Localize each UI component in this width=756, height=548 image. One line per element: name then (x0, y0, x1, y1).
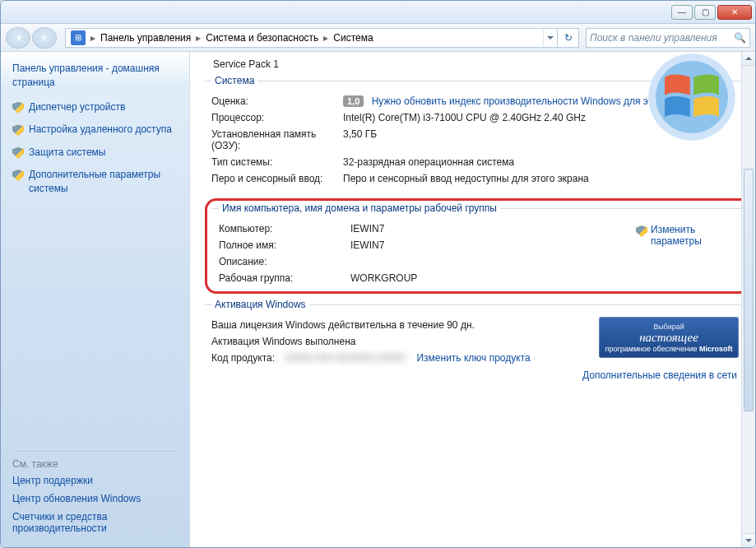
workgroup-label: Рабочая группа: (219, 272, 350, 284)
refresh-button[interactable]: ↻ (558, 28, 579, 48)
sidebar-home-link[interactable]: Панель управления - домашняя страница (12, 62, 178, 91)
shield-icon (12, 102, 24, 114)
chevron-up-icon (745, 57, 752, 60)
computer-label: Компьютер: (219, 223, 350, 235)
breadcrumb-1[interactable]: Система и безопасность (202, 32, 322, 44)
chevron-down-icon (547, 36, 554, 39)
arrow-left-icon (16, 35, 21, 41)
arrow-right-icon (43, 35, 47, 41)
breadcrumb-0[interactable]: Панель управления (97, 32, 194, 44)
control-panel-icon: ⊞ (71, 30, 86, 45)
sidebar-also-perf-tools[interactable]: Счетчики и средства производительности (12, 511, 178, 534)
sidebar-also-windows-update[interactable]: Центр обновления Windows (12, 493, 178, 504)
product-id-label: Код продукта: (211, 352, 285, 364)
search-input[interactable]: Поиск в панели управления 🔍 (586, 28, 750, 48)
chevron-right-icon: ▸ (194, 32, 202, 44)
shield-icon (12, 147, 24, 159)
minimize-button[interactable]: — (671, 5, 693, 20)
maximize-button[interactable]: ▢ (694, 5, 716, 20)
vertical-scrollbar[interactable] (741, 52, 755, 547)
change-params-link[interactable]: Изменить параметры (636, 224, 735, 247)
sidebar-link-advanced-settings[interactable]: Дополнительные параметры системы (29, 168, 178, 197)
sidebar-link-system-protection[interactable]: Защита системы (29, 146, 105, 160)
windows-logo-icon (647, 52, 737, 142)
fullname-label: Полное имя: (219, 239, 350, 251)
chevron-right-icon: ▸ (89, 32, 97, 44)
scroll-up-button[interactable] (742, 52, 755, 66)
pen-value: Перо и сенсорный ввод недоступны для это… (343, 173, 744, 184)
rating-badge: 1,0 (343, 95, 364, 107)
content-pane: Service Pack 1 Система Оценка: 1,0 (190, 52, 755, 547)
see-also-heading: См. также (12, 458, 178, 470)
sidebar: Панель управления - домашняя страница Ди… (1, 52, 190, 547)
titlebar: — ▢ ✕ (1, 1, 755, 24)
activated-text: Активация Windows выполнена (211, 336, 591, 347)
pen-label: Перо и сенсорный ввод: (211, 173, 343, 184)
shield-icon (12, 170, 24, 181)
address-bar[interactable]: ⊞ ▸ Панель управления ▸ Система и безопа… (65, 28, 579, 48)
navigation-bar: ⊞ ▸ Панель управления ▸ Система и безопа… (1, 24, 755, 52)
description-value (350, 256, 740, 267)
workgroup-value: WORKGROUP (350, 272, 740, 284)
sidebar-link-remote-settings[interactable]: Настройка удаленного доступа (29, 123, 172, 137)
refresh-icon: ↻ (564, 32, 573, 44)
rating-label: Оценка: (211, 95, 343, 107)
chevron-right-icon: ▸ (322, 32, 330, 44)
computer-value: IEWIN7 (350, 223, 636, 235)
license-text: Ваша лицензия Windows действительна в те… (211, 319, 591, 331)
scroll-thumb[interactable] (744, 169, 754, 411)
system-properties-window: — ▢ ✕ ⊞ ▸ Панель управления ▸ Система и … (0, 0, 756, 548)
genuine-microsoft-banner[interactable]: Выбирай настоящее программное обеспечени… (599, 317, 739, 358)
scroll-track[interactable] (742, 66, 755, 533)
highlighted-section: Имя компьютера, имя домена и параметры р… (205, 198, 752, 294)
domain-legend: Имя компьютера, имя домена и параметры р… (219, 202, 500, 214)
shield-icon (636, 225, 647, 237)
computer-name-section: Имя компьютера, имя домена и параметры р… (212, 202, 744, 290)
description-label: Описание: (219, 256, 350, 267)
forward-button[interactable] (32, 27, 57, 49)
systype-value: 32-разрядная операционная система (343, 156, 744, 168)
ram-label: Установленная память (ОЗУ): (211, 128, 343, 151)
systype-label: Тип системы: (211, 156, 343, 168)
close-button[interactable]: ✕ (717, 5, 752, 20)
breadcrumb-2[interactable]: Система (330, 32, 376, 44)
scroll-down-button[interactable] (742, 533, 755, 547)
product-id-value: 00000-000-0000000-00000 (285, 352, 405, 364)
svg-point-1 (656, 61, 728, 133)
sidebar-link-device-manager[interactable]: Диспетчер устройств (29, 100, 125, 114)
search-placeholder: Поиск в панели управления (590, 32, 717, 44)
fullname-value: IEWIN7 (350, 239, 636, 251)
shield-icon (12, 124, 24, 136)
change-product-key-link[interactable]: Изменить ключ продукта (416, 352, 530, 364)
more-info-online-link[interactable]: Дополнительные сведения в сети (211, 369, 737, 381)
cpu-label: Процессор: (211, 112, 343, 123)
activation-section: Активация Windows Выбирай настоящее прог… (205, 299, 749, 384)
address-dropdown[interactable] (543, 28, 558, 48)
system-legend: Система (211, 75, 257, 86)
sidebar-see-also: См. также Центр поддержки Центр обновлен… (12, 451, 178, 541)
sidebar-also-support-center[interactable]: Центр поддержки (12, 475, 178, 486)
chevron-down-icon (745, 539, 752, 542)
activation-legend: Активация Windows (211, 299, 309, 310)
search-icon: 🔍 (734, 32, 746, 44)
back-button[interactable] (6, 27, 30, 49)
